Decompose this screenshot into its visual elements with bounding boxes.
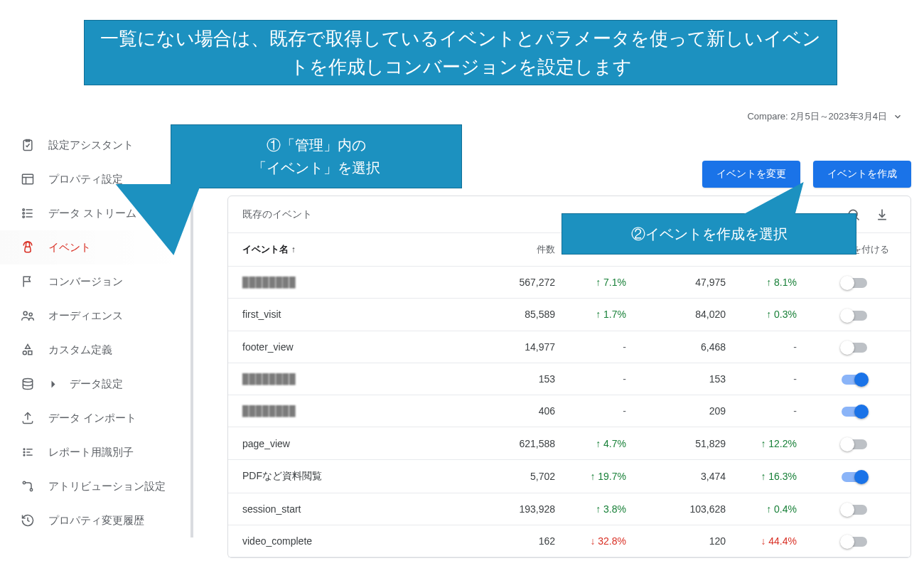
cell-event-name: page_view	[228, 427, 484, 459]
sidebar-item-attribution-settings[interactable]: アトリビューション設定	[0, 469, 190, 503]
svg-point-5	[23, 213, 25, 215]
table-row[interactable]: first_visit85,589↑ 1.7%84,020↑ 0.3%	[228, 299, 910, 331]
conversion-toggle[interactable]	[842, 311, 867, 321]
cell-count: 193,928	[484, 493, 562, 525]
table-row[interactable]: ████████153-153-	[228, 363, 910, 395]
table-row[interactable]: PDFなど資料閲覧5,702↑ 19.7%3,474↑ 16.3%	[228, 459, 910, 493]
cell-count: 5,702	[484, 459, 562, 493]
conversion-toggle[interactable]	[842, 505, 867, 515]
expand-icon	[52, 380, 55, 387]
conversion-toggle[interactable]	[842, 343, 867, 353]
cell-users: 51,829	[633, 427, 733, 459]
cell-event-name: first_visit	[228, 299, 484, 331]
cell-change: ↑ 7.1%	[562, 267, 633, 299]
table-row[interactable]: footer_view14,977-6,468-	[228, 331, 910, 363]
svg-point-10	[23, 311, 27, 315]
cell-count: 14,977	[484, 331, 562, 363]
svg-point-22	[30, 488, 32, 491]
people-icon	[20, 308, 36, 323]
cell-mark-toggle	[804, 427, 910, 459]
cell-users: 153	[633, 363, 733, 395]
cell-users: 3,474	[633, 459, 733, 493]
cell-count: 85,589	[484, 299, 562, 331]
sidebar-item-conversions[interactable]: コンバージョン	[0, 264, 190, 299]
cell-mark-toggle	[804, 493, 910, 525]
cell-event-name: session_start	[228, 493, 484, 525]
col-event-name[interactable]: イベント名 ↑	[228, 233, 484, 267]
sidebar-item-custom-definitions[interactable]: カスタム定義	[0, 333, 190, 367]
cell-users: 6,468	[633, 331, 733, 363]
svg-point-15	[23, 449, 25, 450]
sidebar-item-label: レポート用識別子	[48, 446, 134, 459]
download-button[interactable]	[868, 208, 896, 222]
create-event-button[interactable]: イベントを作成	[813, 161, 911, 188]
conversion-toggle[interactable]	[842, 375, 867, 385]
cell-count: 567,272	[484, 267, 562, 299]
svg-line-24	[856, 217, 859, 220]
cell-change: -	[562, 363, 633, 395]
cell-event-name: ████████	[228, 395, 484, 427]
cell-count: 153	[484, 363, 562, 395]
sidebar-item-data-settings[interactable]: データ設定	[0, 367, 190, 401]
col-count[interactable]: 件数	[484, 233, 562, 267]
table-row[interactable]: ████████567,272↑ 7.1%47,975↑ 8.1%	[228, 267, 910, 299]
sidebar-item-label: プロパティ設定	[48, 173, 123, 186]
cell-count: 162	[484, 525, 562, 557]
conversion-toggle[interactable]	[842, 439, 867, 449]
instruction-banner-text: 一覧にない場合は、既存で取得しているイベントとパラメータを使って新しいイベントを…	[99, 24, 822, 82]
cell-users-change: -	[733, 331, 804, 363]
sidebar-item-label: データ設定	[70, 378, 123, 391]
table-row[interactable]: session_start193,928↑ 3.8%103,628↑ 0.4%	[228, 493, 910, 525]
cell-users: 103,628	[633, 493, 733, 525]
instruction-banner: 一覧にない場合は、既存で取得しているイベントとパラメータを使って新しいイベントを…	[84, 20, 837, 85]
cell-event-name: PDFなど資料閲覧	[228, 459, 484, 493]
cell-change: ↑ 1.7%	[562, 299, 633, 331]
sidebar-item-label: データ インポート	[48, 412, 136, 425]
cell-mark-toggle	[804, 267, 910, 299]
sidebar-item-setup-assistant[interactable]: 設定アシスタント	[0, 128, 190, 162]
sidebar-item-data-import[interactable]: データ インポート	[0, 401, 190, 435]
cell-users-change: ↑ 12.2%	[733, 427, 804, 459]
table-row[interactable]: ████████406-209-	[228, 395, 910, 427]
svg-point-12	[23, 351, 26, 355]
table-row[interactable]: page_view621,588↑ 4.7%51,829↑ 12.2%	[228, 427, 910, 459]
sidebar-item-label: カスタム定義	[48, 343, 112, 357]
svg-rect-1	[23, 174, 33, 183]
callout-line: 「イベント」を選択	[191, 156, 441, 179]
cell-event-name: ████████	[228, 267, 484, 299]
callout-step-1: ①「管理」内の 「イベント」を選択	[171, 124, 462, 188]
cell-mark-toggle	[804, 299, 910, 331]
sidebar-item-label: アトリビューション設定	[48, 480, 166, 493]
sort-asc-icon: ↑	[291, 245, 296, 255]
sidebar-item-reporting-identity[interactable]: レポート用識別子	[0, 435, 190, 469]
conversion-toggle[interactable]	[842, 278, 867, 288]
cell-count: 406	[484, 395, 562, 427]
cell-users: 84,020	[633, 299, 733, 331]
layout-icon	[20, 171, 36, 187]
compare-date-range[interactable]: Compare: 2月5日～2023年3月4日	[747, 110, 903, 123]
cell-mark-toggle	[804, 331, 910, 363]
table-row[interactable]: video_complete162↓ 32.8%120↓ 44.4%	[228, 525, 910, 557]
chevron-down-icon	[893, 112, 903, 122]
cell-users-change: -	[733, 363, 804, 395]
conversion-toggle[interactable]	[842, 407, 867, 417]
id-icon	[20, 444, 36, 460]
svg-point-4	[23, 209, 25, 211]
events-table: イベント名 ↑ 件数 変化率 クを付ける ████████567,272↑ 7.…	[228, 233, 910, 557]
cell-users-change: ↑ 0.3%	[733, 299, 804, 331]
cell-users-change: ↑ 8.1%	[733, 267, 804, 299]
cell-users: 120	[633, 525, 733, 557]
sidebar-item-label: プロパティ変更履歴	[48, 514, 144, 528]
sidebar-item-change-history[interactable]: プロパティ変更履歴	[0, 503, 190, 537]
sidebar-item-label: データ ストリーム	[48, 207, 136, 220]
conversion-toggle[interactable]	[842, 537, 867, 547]
conversion-toggle[interactable]	[842, 472, 867, 482]
cell-change: ↑ 19.7%	[562, 459, 633, 493]
cell-event-name: ████████	[228, 363, 484, 395]
cell-mark-toggle	[804, 395, 910, 427]
data-stream-icon	[20, 205, 36, 221]
cell-event-name: video_complete	[228, 525, 484, 557]
compare-date-label: Compare: 2月5日～2023年3月4日	[747, 110, 887, 123]
svg-rect-13	[28, 351, 32, 355]
sidebar-item-audiences[interactable]: オーディエンス	[0, 299, 190, 333]
